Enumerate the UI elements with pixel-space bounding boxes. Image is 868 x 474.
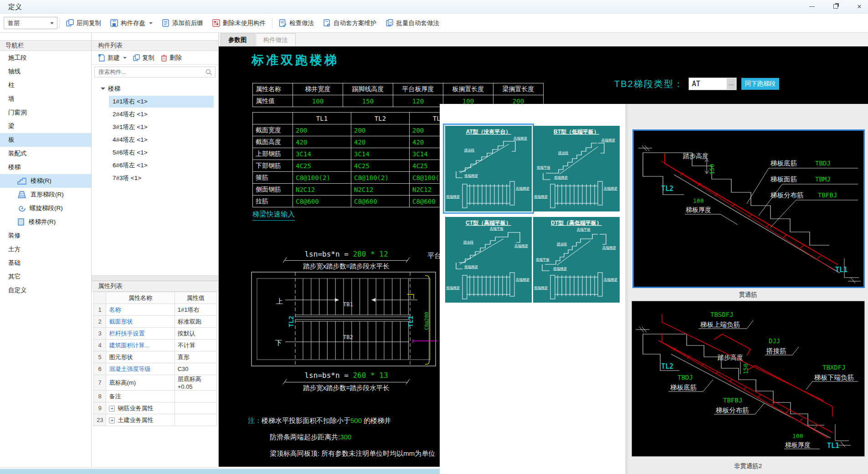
svg-text:TL1: TL1 bbox=[827, 442, 839, 450]
delete-unused-button[interactable]: 删除未使用构件 bbox=[208, 16, 271, 31]
tree-item-2[interactable]: 3#1塔左 <1> bbox=[109, 121, 214, 133]
restore-button[interactable] bbox=[830, 1, 842, 12]
card-ct-type[interactable]: CT型（高端平板） 高端平板 踏步段 高端梯梁 低端梯梁 低端梯梁 高端梯梁 bbox=[445, 217, 532, 303]
sidebar-item-9[interactable]: 楼梯(R) bbox=[0, 174, 91, 188]
check-method-button[interactable]: 检查做法 bbox=[274, 16, 318, 31]
sidebar-item-16[interactable]: 其它 bbox=[0, 270, 91, 283]
sidebar-item-7[interactable]: 装配式 bbox=[0, 147, 91, 160]
sidebar-item-3[interactable]: 墙 bbox=[0, 92, 91, 106]
delete-component-button[interactable]: 删除 bbox=[159, 54, 184, 62]
search-input[interactable] bbox=[95, 67, 215, 77]
svg-text:高端梯梁: 高端梯梁 bbox=[516, 186, 530, 191]
property-row-2[interactable]: 2截面形状标准双跑 bbox=[94, 316, 217, 328]
tree-expander-icon bbox=[101, 88, 105, 92]
plan-tl2-label: TL2 bbox=[288, 316, 295, 327]
property-row-6[interactable]: 6混凝土强度等级C30 bbox=[94, 363, 217, 375]
tree-item-5[interactable]: 6#6塔左 <1> bbox=[109, 160, 214, 171]
properties-header-row: 属性名称属性值 bbox=[94, 292, 217, 304]
sidebar-item-1[interactable]: 轴线 bbox=[0, 65, 91, 78]
svg-text:低端梯梁: 低端梯梁 bbox=[446, 286, 460, 290]
save-component-button[interactable]: 构件存盘 bbox=[106, 16, 157, 31]
sidebar-item-17[interactable]: 自定义 bbox=[0, 283, 91, 297]
tree-item-1[interactable]: 2#4塔右 <1> bbox=[109, 108, 214, 120]
property-row-1[interactable]: 1名称1#1塔右 bbox=[94, 304, 217, 316]
property-row-8[interactable]: 8备注 bbox=[94, 391, 217, 402]
tree-group-stairs[interactable]: 楼梯 bbox=[92, 83, 218, 95]
sidebar-item-8[interactable]: 楼梯 bbox=[0, 160, 91, 174]
copy-between-floors-button[interactable]: 层间复制 bbox=[62, 16, 106, 31]
floor-select-value: 首层 bbox=[8, 20, 20, 26]
dim-bottom-caption: 踏步宽x踏步数=踏步段水平长 bbox=[278, 384, 415, 392]
plan-tb1-label: TB1 bbox=[343, 301, 353, 308]
new-component-button[interactable]: 新建 bbox=[96, 54, 129, 62]
svg-text:CT型（高端平板）: CT型（高端平板） bbox=[466, 220, 511, 226]
sidebar-item-13[interactable]: 装修 bbox=[0, 229, 91, 242]
sidebar-item-5[interactable]: 梁 bbox=[0, 119, 91, 133]
svg-text:低端平板: 低端平板 bbox=[536, 258, 550, 262]
property-row-4[interactable]: 4建筑面积计算...不计算 bbox=[94, 340, 217, 351]
svg-text:高端平板: 高端平板 bbox=[490, 227, 504, 231]
sidebar-item-0[interactable]: 施工段 bbox=[0, 51, 91, 65]
sidebar-item-11[interactable]: 螺旋梯段(R) bbox=[0, 201, 91, 215]
ellipsis-button[interactable]: … bbox=[727, 78, 736, 89]
plan-down-label: 下 bbox=[275, 339, 282, 346]
dim-top-formula: lsn=bs*n = 280 * 12 bbox=[282, 250, 410, 258]
dim-top-line bbox=[285, 260, 408, 261]
svg-text:高端梯梁: 高端梯梁 bbox=[601, 138, 616, 142]
sidebar-item-6[interactable]: 板 bbox=[0, 133, 91, 147]
window-title: 定义 bbox=[8, 3, 22, 11]
component-search[interactable] bbox=[94, 67, 216, 77]
preview1-caption: 贯通筋 bbox=[628, 291, 868, 299]
property-row-23[interactable]: 23+土建业务属性 bbox=[94, 414, 217, 426]
property-row-3[interactable]: 3栏杆扶手设置按默认 bbox=[94, 328, 217, 340]
stair-icon bbox=[17, 177, 26, 185]
svg-text:梯板分布筋: 梯板分布筋 bbox=[715, 407, 749, 414]
add-prefix-suffix-button[interactable]: 添加前后缀 bbox=[157, 16, 208, 31]
preview-through-rebar[interactable]: 踏步高度 150 梯板底筋 TBDJ 梯板面筋 TBMJ 梯板分布筋 TBFBJ… bbox=[632, 129, 865, 288]
card-bt-type[interactable]: BT型（低端平板） 踏步段 低端平板 高端梯梁 低端梯梁 低端梯梁 高端梯梁 bbox=[533, 126, 620, 211]
floor-select[interactable]: 首层 bbox=[4, 17, 57, 29]
svg-text:TL2: TL2 bbox=[661, 185, 673, 193]
properties-header: 属性列表 bbox=[92, 281, 218, 292]
svg-text:100: 100 bbox=[792, 433, 803, 439]
card-dt-type[interactable]: DT型（高低端平板） 高端平板 踏步段 低端平板 高端梯梁 低端梯梁 低端梯梁 … bbox=[533, 217, 620, 303]
sidebar-item-10[interactable]: 直形梯段(R) bbox=[0, 188, 91, 201]
panel-splitter[interactable] bbox=[92, 275, 218, 281]
property-row-5[interactable]: 5图元形状直形 bbox=[94, 351, 217, 363]
svg-text:TBSDFJ: TBSDFJ bbox=[710, 311, 734, 318]
tree-item-0[interactable]: 1#1塔右 <1> bbox=[109, 96, 214, 108]
svg-text:低端梯梁: 低端梯梁 bbox=[446, 195, 460, 199]
property-row-7[interactable]: 7底标高(m)层底标高+0.05 bbox=[94, 375, 217, 391]
document-lines-icon bbox=[162, 19, 169, 27]
expand-icon[interactable]: + bbox=[109, 417, 115, 423]
minimize-button[interactable] bbox=[806, 1, 818, 12]
preview2-caption: 非贯通筋2 bbox=[628, 462, 868, 470]
batch-auto-method-button[interactable]: H 批量自动套做法 bbox=[381, 16, 444, 31]
property-row-9[interactable]: 9+钢筋业务属性 bbox=[94, 402, 217, 414]
same-as-down-flight-button[interactable]: 同下跑梯段 bbox=[741, 78, 780, 90]
card-at-type[interactable]: AT型（没有平台） 踏步段 高端梯梁 低端梯梁 低端梯梁 高端梯梁 bbox=[445, 126, 532, 211]
tb2-type-input[interactable]: AT … bbox=[688, 77, 737, 90]
sidebar-item-14[interactable]: 土方 bbox=[0, 242, 91, 256]
sidebar-item-2[interactable]: 柱 bbox=[0, 78, 91, 92]
sidebar-item-4[interactable]: 门窗洞 bbox=[0, 106, 91, 119]
tab-parameter-diagram[interactable]: 参数图 bbox=[221, 33, 255, 46]
tree-item-3[interactable]: 4#4塔左 <1> bbox=[109, 134, 214, 146]
tree-item-6[interactable]: 7#3塔 <1> bbox=[109, 172, 214, 184]
auto-scheme-maintain-button[interactable]: 自动套方案维护 bbox=[318, 16, 381, 31]
copy-component-button[interactable]: 复制 bbox=[131, 54, 157, 62]
svg-text:搭接筋: 搭接筋 bbox=[766, 347, 786, 355]
sidebar-item-12[interactable]: 楼梯井(R) bbox=[0, 215, 91, 229]
svg-text:AT型（没有平台）: AT型（没有平台） bbox=[466, 129, 511, 135]
tree-item-4[interactable]: 5#6塔右 <1> bbox=[109, 147, 214, 159]
note-line2: 防滑条两端起步距离共:300 bbox=[270, 433, 351, 442]
tab-component-method[interactable]: 构件做法 bbox=[256, 33, 296, 46]
close-button[interactable]: ✕ bbox=[853, 1, 865, 12]
preview-non-through-rebar[interactable]: TBSDFJ 梯板上端负筋 DJJ 搭接筋 踏步高度 150 TBXDFJ 梯板… bbox=[632, 301, 865, 457]
beam-quick-input-link[interactable]: 梯梁快速输入 bbox=[252, 210, 295, 221]
sidebar-item-15[interactable]: 基础 bbox=[0, 256, 91, 270]
svg-text:踏步段: 踏步段 bbox=[558, 151, 569, 155]
expand-icon[interactable]: + bbox=[109, 406, 115, 412]
plan-tb2-label: TB2 bbox=[343, 334, 353, 340]
new-document-icon bbox=[98, 54, 105, 62]
